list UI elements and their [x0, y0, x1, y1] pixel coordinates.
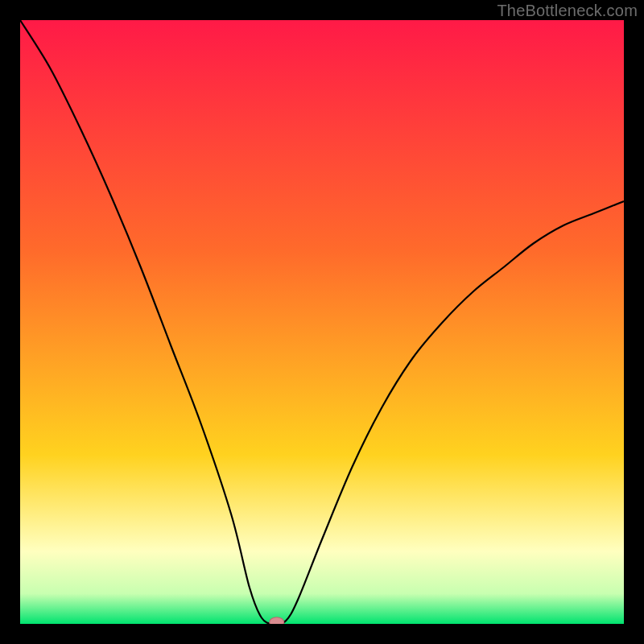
chart-frame: TheBottleneck.com — [0, 0, 644, 644]
bottleneck-chart — [20, 20, 624, 624]
plot-area — [20, 20, 624, 624]
optimal-marker — [270, 617, 284, 624]
gradient-background — [20, 20, 624, 624]
watermark-text: TheBottleneck.com — [497, 2, 638, 20]
